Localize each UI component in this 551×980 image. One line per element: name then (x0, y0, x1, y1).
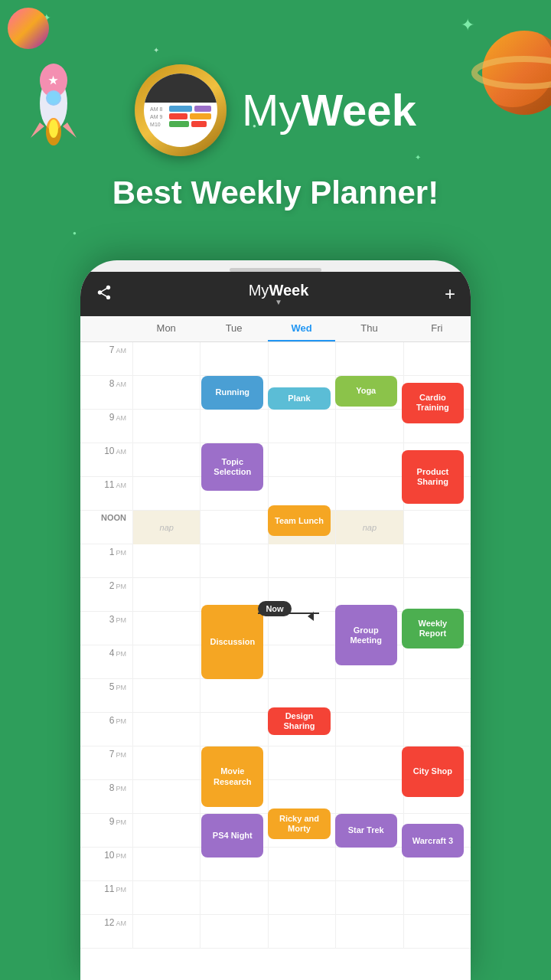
app-header-bar: MyWeek ▼ + (80, 272, 471, 316)
share-button[interactable] (96, 284, 112, 305)
time-row: 4PM (80, 645, 471, 679)
event-product-sharing[interactable]: Product Sharing (402, 450, 464, 504)
event-star-trek[interactable]: Star Trek (335, 814, 397, 848)
svg-point-8 (474, 59, 551, 87)
event-topic-selection[interactable]: Topic Selection (201, 443, 263, 491)
planet-decoration (482, 31, 551, 115)
app-title: MyWeek (242, 88, 416, 132)
svg-point-9 (8, 8, 49, 49)
event-ricky-morty[interactable]: Ricky and Morty (268, 808, 330, 839)
nap-cell: nap (336, 511, 403, 544)
header-top-row: AM 8 AM 9 M10 (135, 64, 416, 156)
rocket-decoration: ★ (23, 61, 84, 138)
event-movie-research[interactable]: Movie Research (201, 746, 263, 807)
event-group-meeting[interactable]: Group Meeting (335, 605, 397, 665)
event-ps4-night[interactable]: PS4 Night (201, 814, 263, 858)
day-header-fri: Fri (403, 316, 471, 341)
event-cardio-training[interactable]: Cardio Training (402, 383, 464, 423)
add-event-button[interactable]: + (445, 283, 455, 305)
small-planet-decoration (8, 8, 50, 50)
day-header-tue: Tue (200, 316, 267, 341)
event-weekly-report[interactable]: Weekly Report (402, 609, 464, 649)
tagline: Best Weekly Planner! (112, 175, 439, 211)
time-row: 12AM (80, 915, 471, 949)
event-plank[interactable]: Plank (268, 387, 330, 410)
caret-icon: ▼ (275, 298, 282, 306)
day-header-mon: Mon (132, 316, 200, 341)
day-header-thu: Thu (335, 316, 403, 341)
time-row: 7AM (80, 342, 471, 376)
time-row: 11PM (80, 881, 471, 915)
svg-point-2 (47, 91, 60, 105)
calendar-scroll[interactable]: 7AM8AM9AM10AM11AMNOONnapnapnap1PM2PM3PM4… (80, 342, 471, 980)
day-headers: Mon Tue Wed Thu Fri (80, 316, 471, 342)
time-row: 2PM (80, 578, 471, 612)
event-discussion[interactable]: Discussion (201, 605, 263, 679)
event-yoga[interactable]: Yoga (335, 376, 397, 407)
nap-cell: nap (133, 511, 200, 544)
svg-marker-4 (63, 122, 77, 138)
event-warcraft3[interactable]: Warcraft 3 (402, 824, 464, 858)
app-header-title: MyWeek ▼ (249, 282, 309, 306)
header-area: ★ AM 8 (0, 0, 551, 276)
app-icon: AM 8 AM 9 M10 (135, 64, 227, 156)
svg-point-6 (49, 119, 58, 138)
phone-frame: MyWeek ▼ + Mon Tue Wed Thu Fri 7AM8AM9AM… (80, 260, 471, 980)
now-line (258, 612, 319, 614)
event-team-lunch[interactable]: Team Lunch (268, 505, 330, 536)
time-row: 1PM (80, 544, 471, 578)
event-city-shop[interactable]: City Shop (402, 746, 464, 797)
svg-text:★: ★ (48, 74, 58, 87)
app-name: MyWeek (242, 88, 416, 132)
event-running[interactable]: Running (201, 376, 263, 410)
day-header-wed: Wed (268, 316, 335, 341)
svg-marker-3 (31, 122, 44, 138)
event-design-sharing[interactable]: Design Sharing (268, 707, 330, 734)
